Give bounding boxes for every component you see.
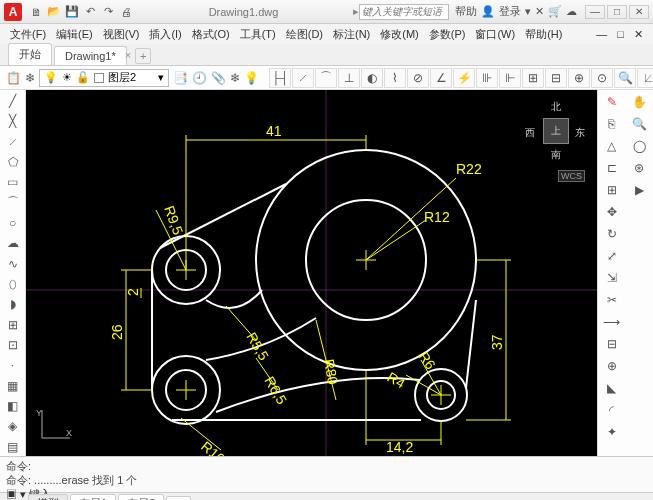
gradient-icon[interactable]: ◧ xyxy=(2,397,24,415)
help-link[interactable]: 帮助 xyxy=(455,4,477,19)
minimize-button[interactable]: — xyxy=(585,5,605,19)
menu-parametric[interactable]: 参数(P) xyxy=(425,27,470,42)
layer-match-icon[interactable]: 📎 xyxy=(211,68,226,88)
dim-linear-icon[interactable]: ├┤ xyxy=(269,68,291,88)
tolerance-icon[interactable]: ⊕ xyxy=(568,68,590,88)
dropdown-icon[interactable]: ▾ xyxy=(525,5,531,18)
ellipse-icon[interactable]: ⬯ xyxy=(2,275,24,293)
break-icon[interactable]: ⊟ xyxy=(600,334,624,354)
make-block-icon[interactable]: ⊡ xyxy=(2,336,24,354)
stretch-icon[interactable]: ⇲ xyxy=(600,268,624,288)
dim-ordinate-icon[interactable]: ⊥ xyxy=(338,68,360,88)
menu-edit[interactable]: 编辑(E) xyxy=(52,27,97,42)
viewcube-east[interactable]: 东 xyxy=(575,126,585,140)
ellipse-arc-icon[interactable]: ◗ xyxy=(2,295,24,313)
doc-min-icon[interactable]: — xyxy=(592,28,611,40)
menu-format[interactable]: 格式(O) xyxy=(188,27,234,42)
viewcube-west[interactable]: 西 xyxy=(525,126,535,140)
erase-icon[interactable]: ✎ xyxy=(600,92,624,112)
undo-icon[interactable]: ↶ xyxy=(82,4,98,20)
rectangle-icon[interactable]: ▭ xyxy=(2,173,24,191)
dim-angular-icon[interactable]: ∠ xyxy=(430,68,452,88)
quickview-icon[interactable]: ▦ xyxy=(6,494,26,501)
line-icon[interactable]: ╱ xyxy=(2,92,24,110)
inspect-icon[interactable]: 🔍 xyxy=(614,68,636,88)
arc-icon[interactable]: ⌒ xyxy=(2,194,24,212)
offset-icon[interactable]: ⊏ xyxy=(600,158,624,178)
menu-window[interactable]: 窗口(W) xyxy=(471,27,519,42)
print-icon[interactable]: 🖨 xyxy=(118,4,134,20)
fillet-icon[interactable]: ◜ xyxy=(600,400,624,420)
layer-iso-icon[interactable]: 📑 xyxy=(173,68,188,88)
table-icon[interactable]: ▤ xyxy=(2,438,24,456)
viewcube-south[interactable]: 南 xyxy=(551,148,561,162)
layer-states-icon[interactable]: ❄ xyxy=(25,68,35,88)
tab-close-icon[interactable]: × xyxy=(125,49,131,61)
open-icon[interactable]: 📂 xyxy=(46,4,62,20)
help-search-input[interactable] xyxy=(359,4,449,20)
dim-quick-icon[interactable]: ⚡ xyxy=(453,68,475,88)
doc-close-icon[interactable]: ✕ xyxy=(630,28,647,41)
tab-start[interactable]: 开始 xyxy=(8,43,52,65)
layer-prev-icon[interactable]: 🕘 xyxy=(192,68,207,88)
tab-model[interactable]: 模型 xyxy=(28,494,68,500)
layer-selector[interactable]: 💡 ☀ 🔓 图层2 ▾ xyxy=(39,69,169,87)
tab-layout1[interactable]: 布局1 xyxy=(70,494,116,500)
steering-icon[interactable]: ⊛ xyxy=(627,158,651,178)
command-line[interactable]: 命令: 命令: .........erase 找到 1 个 ▣ ▾ 键入.... xyxy=(0,456,653,492)
jogged-linear-icon[interactable]: ⟀ xyxy=(637,68,653,88)
doc-max-icon[interactable]: □ xyxy=(613,28,628,40)
array-icon[interactable]: ⊞ xyxy=(600,180,624,200)
polygon-icon[interactable]: ⬠ xyxy=(2,153,24,171)
copy-icon[interactable]: ⎘ xyxy=(600,114,624,134)
tab-layout2[interactable]: 布局2 xyxy=(118,494,164,500)
viewcube-north[interactable]: 北 xyxy=(551,100,561,114)
layer-freeze-icon[interactable]: ❄ xyxy=(230,68,240,88)
revcloud-icon[interactable]: ☁ xyxy=(2,234,24,252)
dim-continue-icon[interactable]: ⊩ xyxy=(499,68,521,88)
viewcube-top[interactable]: 上 xyxy=(543,118,569,144)
centermark-icon[interactable]: ⊙ xyxy=(591,68,613,88)
rotate-icon[interactable]: ↻ xyxy=(600,224,624,244)
showmotion-icon[interactable]: ▶ xyxy=(627,180,651,200)
tab-drawing1[interactable]: Drawing1* xyxy=(54,46,127,65)
hatch-icon[interactable]: ▦ xyxy=(2,377,24,395)
viewcube[interactable]: 北 南 西 东 上 xyxy=(521,96,591,166)
dim-diameter-icon[interactable]: ⊘ xyxy=(407,68,429,88)
dim-space-icon[interactable]: ⊞ xyxy=(522,68,544,88)
insert-block-icon[interactable]: ⊞ xyxy=(2,316,24,334)
menu-insert[interactable]: 插入(I) xyxy=(145,27,185,42)
login-link[interactable]: 登录 xyxy=(499,4,521,19)
app-logo[interactable]: A xyxy=(4,3,22,21)
close-button[interactable]: ✕ xyxy=(629,5,649,19)
maximize-button[interactable]: □ xyxy=(607,5,627,19)
menu-view[interactable]: 视图(V) xyxy=(99,27,144,42)
layer-off-icon[interactable]: 💡 xyxy=(244,68,259,88)
mirror-icon[interactable]: △ xyxy=(600,136,624,156)
exchange-icon[interactable]: ✕ xyxy=(535,5,544,18)
dim-jogged-icon[interactable]: ⌇ xyxy=(384,68,406,88)
explode-icon[interactable]: ✦ xyxy=(600,422,624,442)
trim-icon[interactable]: ✂ xyxy=(600,290,624,310)
drawing-canvas[interactable]: 41 R22 R12 R9,5 R5,5 R80 R6,5 R6 R4 R10 … xyxy=(26,90,597,456)
cloud-icon[interactable]: ☁ xyxy=(566,5,577,18)
dim-baseline-icon[interactable]: ⊪ xyxy=(476,68,498,88)
wcs-label[interactable]: WCS xyxy=(558,170,585,182)
new-icon[interactable]: 🗎 xyxy=(28,4,44,20)
xline-icon[interactable]: ╳ xyxy=(2,112,24,130)
menu-dimension[interactable]: 标注(N) xyxy=(329,27,374,42)
circle-icon[interactable]: ○ xyxy=(2,214,24,232)
region-icon[interactable]: ◈ xyxy=(2,417,24,435)
cart-icon[interactable]: 🛒 xyxy=(548,5,562,18)
redo-icon[interactable]: ↷ xyxy=(100,4,116,20)
pan-icon[interactable]: ✋ xyxy=(627,92,651,112)
dim-radius-icon[interactable]: ◐ xyxy=(361,68,383,88)
spline-icon[interactable]: ∿ xyxy=(2,255,24,273)
dim-aligned-icon[interactable]: ⟋ xyxy=(292,68,314,88)
dim-arc-icon[interactable]: ⌒ xyxy=(315,68,337,88)
orbit-icon[interactable]: ◯ xyxy=(627,136,651,156)
tab-layout-add[interactable]: + xyxy=(166,496,190,501)
tab-add-button[interactable]: + xyxy=(135,48,151,64)
menu-draw[interactable]: 绘图(D) xyxy=(282,27,327,42)
menu-modify[interactable]: 修改(M) xyxy=(376,27,423,42)
